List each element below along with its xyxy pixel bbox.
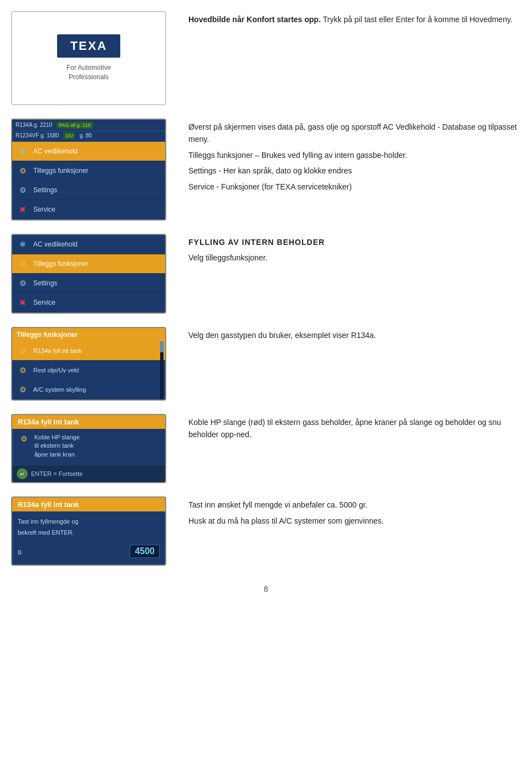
tilleggs-menu-screen: Tilleggs funksjoner ⚙ R134a fyll int tan… (11, 327, 166, 401)
r134-instruction-text: Koble HP slange til ekstern tank åpne ta… (34, 433, 80, 459)
fyll-g-label: g. (18, 548, 23, 555)
menu-label-tilleggs-2: Tilleggs funksjoner (33, 260, 89, 268)
fyll-mengde-screen: R134a fyll int tank Tast inn fyllmengde … (11, 496, 166, 566)
s2-line2: Tilleggs funksjoner – Brukes ved fylling… (188, 149, 521, 161)
menu-item-settings[interactable]: ⚙ Settings (12, 181, 165, 200)
section-5-screen: R134a fyll int tank ⚙ Koble HP slange ti… (11, 414, 172, 483)
section-6-screen: R134a fyll int tank Tast inn fyllmengde … (11, 496, 172, 566)
snowflake-icon: ❄ (17, 145, 29, 157)
page-container: TEXA For Automotive Professionals Hovedb… (11, 11, 521, 593)
snowflake-icon-2: ❄ (17, 238, 29, 250)
s5-text: Koble HP slange (rød) til ekstern gass b… (188, 416, 521, 441)
fylling-heading: FYLLING AV INTERN BEHOLDER (188, 236, 521, 248)
gear-icon-3: ⚙ (17, 345, 29, 357)
section-3-screen: ❄ AC vedlikehold ⚙ Tilleggs funksjoner ⚙… (11, 234, 172, 314)
section-4: Tilleggs funksjoner ⚙ R134a fyll int tan… (11, 327, 521, 401)
r134-instruction-row: ⚙ Koble HP slange til ekstern tank åpne … (18, 433, 160, 459)
cross-icon: ✖ (17, 203, 29, 216)
cross-icon-2: ✖ (17, 296, 29, 309)
s2-line4: Service - Funksjoner (for TEXA servicete… (188, 181, 521, 193)
section-4-screen: Tilleggs funksjoner ⚙ R134a fyll int tan… (11, 327, 172, 401)
menu-label-settings: Settings (33, 186, 57, 194)
fyll-row-1: Tast inn fyllmengde og (18, 516, 160, 527)
gear-icon-4: ⚙ (17, 364, 29, 376)
wrench-icon-2: ⚙ (17, 277, 29, 289)
menu-item-ac-2[interactable]: ❄ AC vedlikehold (12, 235, 165, 254)
fyll-row2-text: bekreft med ENTER. (18, 529, 74, 536)
menu-screen-2: ❄ AC vedlikehold ⚙ Tilleggs funksjoner ⚙… (11, 234, 166, 314)
tilleggs-label-r134: R134a fyll int tank (33, 347, 81, 354)
menu-header: R134A g. 2210 PAG oil g. 110 (12, 120, 165, 131)
menu-label-ac: AC vedlikehold (33, 147, 78, 155)
menu-item-settings-2[interactable]: ⚙ Settings (12, 274, 165, 293)
header-pag: PAG oil g. 110 (57, 122, 93, 129)
r134-enter-row: ↵ ENTER = Fortsette (12, 465, 165, 482)
menu-item-ac[interactable]: ❄ AC vedlikehold (12, 142, 165, 161)
scrollbar-track (160, 341, 163, 400)
section-6: R134a fyll int tank Tast inn fyllmengde … (11, 496, 521, 566)
menu-screen-col: R134A g. 2210 PAG oil g. 110 R1234VF g. … (11, 119, 172, 221)
tilleggs-ac[interactable]: ⚙ A/C system skylling (12, 380, 165, 400)
s2-line1: Øverst på skjermen vises data på, gass o… (188, 121, 521, 146)
texa-logo-screen: TEXA For Automotive Professionals (11, 11, 166, 105)
fyll-body: Tast inn fyllmengde og bekreft med ENTER… (12, 511, 165, 565)
section-2-text: Øverst på skjermen vises data på, gass o… (188, 119, 521, 196)
fyll-value-row: g. 4500 (18, 542, 160, 560)
menu-item-tilleggs-2[interactable]: ⚙ Tilleggs funksjoner (12, 254, 165, 274)
r134-title-1: R134a fyll int tank (12, 415, 165, 429)
menu-label-ac-2: AC vedlikehold (33, 240, 78, 248)
section-5: R134a fyll int tank ⚙ Koble HP slange ti… (11, 414, 521, 483)
tilleggs-r134[interactable]: ⚙ R134a fyll int tank (12, 341, 165, 361)
main-menu-screen: R134A g. 2210 PAG oil g. 110 R1234VF g. … (11, 119, 166, 221)
texa-logo: TEXA (57, 34, 121, 58)
fyll-row-2: bekreft med ENTER. (18, 527, 160, 538)
menu-label-settings-2: Settings (33, 279, 57, 287)
r134-instruction-screen: R134a fyll int tank ⚙ Koble HP slange ti… (11, 414, 166, 483)
s2-line3: Settings - Her kan språk, dato og klokke… (188, 165, 521, 177)
menu-label-tilleggs: Tilleggs funksjoner (33, 167, 89, 175)
enter-label: ENTER = Fortsette (31, 470, 83, 477)
section-5-text: Koble HP slange (rød) til ekstern gass b… (188, 414, 521, 444)
menu-item-service-2[interactable]: ✖ Service (12, 293, 165, 313)
fyll-value-display: 4500 (130, 545, 160, 558)
section-4-text: Velg den gasstypen du bruker, eksemplet … (188, 327, 521, 345)
tilleggs-label-rest: Rest olje/Uv vekt (33, 367, 79, 373)
header-r134: R134A g. 2210 (16, 122, 52, 129)
gear-icon-5: ⚙ (17, 383, 29, 396)
section-1-text: Hovedbilde når Konfort startes opp. Tryk… (188, 11, 521, 29)
section-3: ❄ AC vedlikehold ⚙ Tilleggs funksjoner ⚙… (11, 234, 521, 314)
header-g80: g. 80 (79, 132, 91, 139)
fyll-title: R134a fyll int tank (12, 498, 165, 511)
enter-button-icon: ↵ (17, 468, 28, 479)
fyll-row1-text: Tast inn fyllmengde og (18, 518, 78, 525)
section-3-text: FYLLING AV INTERN BEHOLDER Velg tilleggs… (188, 234, 521, 268)
tilleggs-screen-header: Tilleggs funksjoner (12, 328, 165, 341)
s6-text2: Husk at du må ha plass til A/C systemer … (188, 515, 521, 527)
r134-body-1: ⚙ Koble HP slange til ekstern tank åpne … (12, 429, 165, 465)
tilleggs-rest[interactable]: ⚙ Rest olje/Uv vekt (12, 361, 165, 380)
s3-text: Velg tilleggsfunksjoner. (188, 252, 521, 264)
menu-header-2: R1234VF g. 1580 UU g. 80 (12, 131, 165, 142)
scrollbar-thumb (160, 341, 163, 352)
section-1: TEXA For Automotive Professionals Hovedb… (11, 11, 521, 105)
menu-item-service[interactable]: ✖ Service (12, 200, 165, 219)
page-number: 8 (11, 585, 521, 593)
header-uu: UU (63, 132, 75, 139)
header-r1234: R1234VF g. 1580 (16, 132, 59, 139)
gear-icon-6: ⚙ (18, 433, 30, 445)
menu-item-tilleggs[interactable]: ⚙ Tilleggs funksjoner (12, 161, 165, 181)
menu-label-service: Service (33, 206, 55, 213)
logo-subtitle: For Automotive Professionals (66, 63, 111, 82)
section-1-heading: Hovedbilde når Konfort startes opp. Tryk… (188, 13, 521, 25)
s6-text1: Tast inn ønsket fyll mengde vi anbefaler… (188, 499, 521, 511)
gear-icon-1: ⚙ (17, 165, 29, 177)
section-6-text: Tast inn ønsket fyll mengde vi anbefaler… (188, 496, 521, 530)
section-2: R134A g. 2210 PAG oil g. 110 R1234VF g. … (11, 119, 521, 221)
wrench-icon: ⚙ (17, 184, 29, 196)
tilleggs-item-wrap: ⚙ R134a fyll int tank ⚙ Rest olje/Uv vek… (12, 341, 165, 400)
tilleggs-label-ac: A/C system skylling (33, 386, 86, 393)
logo-screen-col: TEXA For Automotive Professionals (11, 11, 172, 105)
gear-icon-2: ⚙ (17, 258, 29, 270)
menu-label-service-2: Service (33, 299, 55, 306)
s4-text: Velg den gasstypen du bruker, eksemplet … (188, 329, 521, 341)
